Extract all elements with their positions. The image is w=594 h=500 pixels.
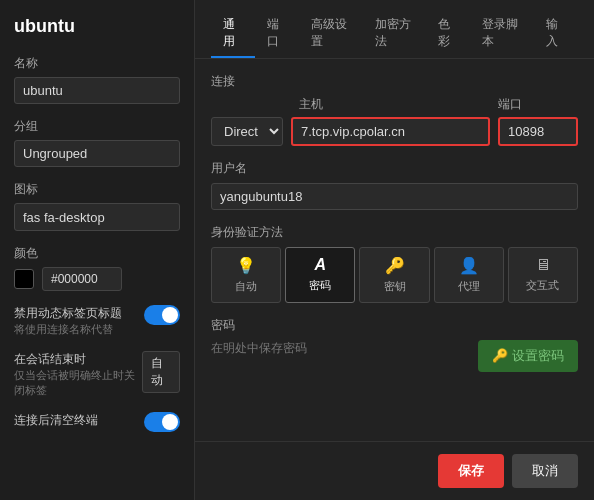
color-label: 颜色 xyxy=(14,245,180,262)
set-password-button[interactable]: 🔑 设置密码 xyxy=(478,340,578,372)
auth-password-label: 密码 xyxy=(309,278,331,293)
auth-auto-label: 自动 xyxy=(235,279,257,294)
name-group: 名称 xyxy=(14,55,180,104)
group-label: 分组 xyxy=(14,118,180,135)
color-field-wrapper xyxy=(14,267,180,291)
auth-interactive[interactable]: 🖥 交互式 xyxy=(508,247,578,303)
left-panel: ubuntu 名称 分组 图标 🖥 颜色 禁用动态标签页标题 xyxy=(0,0,195,500)
auth-proxy-label: 代理 xyxy=(458,279,480,294)
auth-auto[interactable]: 💡 自动 xyxy=(211,247,281,303)
auth-password[interactable]: A 密码 xyxy=(285,247,355,303)
auth-label: 身份验证方法 xyxy=(211,224,578,241)
auto-icon: 💡 xyxy=(236,256,256,275)
host-label: 主机 xyxy=(299,96,323,113)
connection-section-label: 连接 xyxy=(211,73,578,90)
proxy-icon: 👤 xyxy=(459,256,479,275)
group-input[interactable] xyxy=(14,140,180,167)
icon-input[interactable] xyxy=(23,210,191,225)
password-hint: 在明处中保存密码 xyxy=(211,340,307,357)
tabs-bar: 通用 端口 高级设置 加密方法 色彩 登录脚本 输入 xyxy=(195,0,594,59)
port-input[interactable] xyxy=(498,117,578,146)
tab-color[interactable]: 色彩 xyxy=(426,10,470,58)
port-label: 端口 xyxy=(498,96,578,113)
connection-type-select[interactable]: Direct xyxy=(211,117,283,146)
bottom-actions: 保存 取消 xyxy=(195,441,594,500)
toggle1[interactable] xyxy=(144,305,180,325)
port-label-wrap: 端口 xyxy=(498,96,578,113)
tab-input[interactable]: 输入 xyxy=(534,10,578,58)
username-group: 用户名 xyxy=(211,160,578,210)
tab-port[interactable]: 端口 xyxy=(255,10,299,58)
name-input[interactable] xyxy=(14,77,180,104)
tab-encryption[interactable]: 加密方法 xyxy=(363,10,427,58)
password-section-label: 密码 xyxy=(211,317,578,334)
toggle1-label: 禁用动态标签页标题 xyxy=(14,305,130,322)
toggle1-row: 禁用动态标签页标题 将使用连接名称代替 xyxy=(14,305,180,337)
name-label: 名称 xyxy=(14,55,180,72)
session-label-group: 在会话结束时 仅当会话被明确终止时关闭标签 xyxy=(14,351,142,398)
session-close-row: 在会话结束时 仅当会话被明确终止时关闭标签 自动 xyxy=(14,351,180,398)
auth-key-label: 密钥 xyxy=(384,279,406,294)
username-input[interactable] xyxy=(211,183,578,210)
color-swatch[interactable] xyxy=(14,269,34,289)
auth-methods: 💡 自动 A 密码 🔑 密钥 👤 代理 🖥 交互式 xyxy=(211,247,578,303)
toggle1-sublabel: 将使用连接名称代替 xyxy=(14,322,130,337)
interactive-icon: 🖥 xyxy=(535,256,551,274)
auth-proxy[interactable]: 👤 代理 xyxy=(434,247,504,303)
connection-labels-row: 主机 端口 xyxy=(211,96,578,113)
session-sub: 仅当会话被明确终止时关闭标签 xyxy=(14,368,142,398)
host-label-wrap: 主机 xyxy=(211,96,498,113)
connection-wrapper: 主机 端口 Direct xyxy=(211,96,578,146)
icon-group: 图标 🖥 xyxy=(14,181,180,231)
session-auto-badge[interactable]: 自动 xyxy=(142,351,180,393)
toggle2[interactable] xyxy=(144,412,180,432)
toggle1-label-group: 禁用动态标签页标题 将使用连接名称代替 xyxy=(14,305,130,337)
icon-field-wrapper: 🖥 xyxy=(14,203,180,231)
tab-advanced[interactable]: 高级设置 xyxy=(299,10,363,58)
save-button[interactable]: 保存 xyxy=(438,454,504,488)
session-label: 在会话结束时 xyxy=(14,351,142,368)
password-section: 在明处中保存密码 🔑 设置密码 xyxy=(211,340,578,372)
tab-login-script[interactable]: 登录脚本 xyxy=(470,10,534,58)
toggle2-row: 连接后清空终端 xyxy=(14,412,180,432)
app-title: ubuntu xyxy=(14,16,180,37)
host-input[interactable] xyxy=(291,117,490,146)
tab-general[interactable]: 通用 xyxy=(211,10,255,58)
icon-label: 图标 xyxy=(14,181,180,198)
group-group: 分组 xyxy=(14,118,180,167)
right-content: 连接 主机 端口 Direct xyxy=(195,59,594,441)
color-input[interactable] xyxy=(42,267,122,291)
right-panel: 通用 端口 高级设置 加密方法 色彩 登录脚本 输入 连接 主机 端口 xyxy=(195,0,594,500)
connection-inputs-row: Direct xyxy=(211,117,578,146)
color-group: 颜色 xyxy=(14,245,180,291)
toggle2-label: 连接后清空终端 xyxy=(14,412,144,429)
auth-key[interactable]: 🔑 密钥 xyxy=(359,247,429,303)
cancel-button[interactable]: 取消 xyxy=(512,454,578,488)
key-icon: 🔑 xyxy=(385,256,405,275)
auth-interactive-label: 交互式 xyxy=(526,278,559,293)
password-icon: A xyxy=(315,256,327,274)
username-label: 用户名 xyxy=(211,160,578,177)
